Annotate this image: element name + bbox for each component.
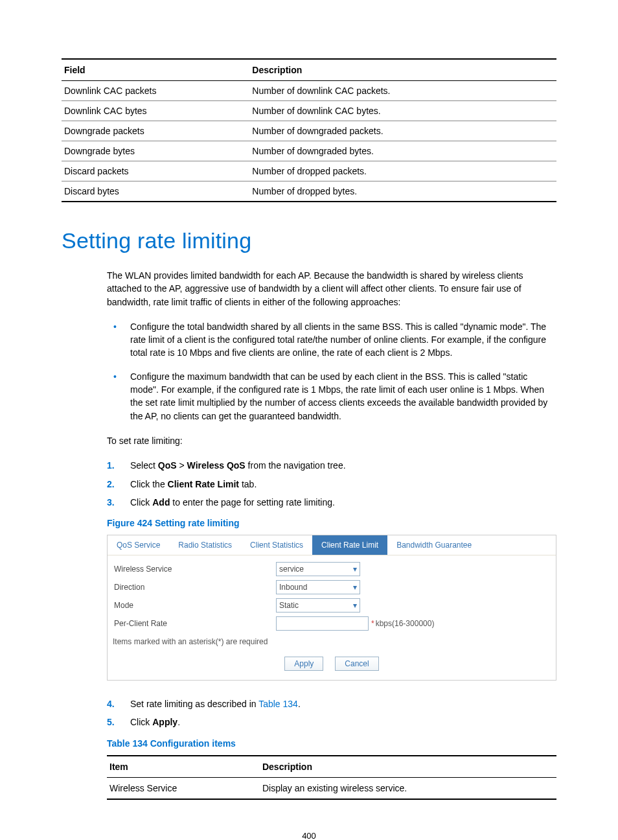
cell-item: Wireless Service [107,777,260,799]
select-value: service [279,565,304,574]
step-text: from the navigation tree. [246,460,346,471]
screenshot-figure: QoS Service Radio Statistics Client Stat… [107,535,556,681]
cell-desc: Number of downlink CAC bytes. [249,101,556,121]
cell-field: Downlink CAC bytes [62,101,249,121]
chevron-down-icon: ▾ [353,583,357,592]
step-bold: QoS [158,460,177,471]
table-header-description: Description [249,59,556,81]
bullet-item: Configure the maximum bandwidth that can… [107,370,556,423]
bullet-item: Configure the total bandwidth shared by … [107,320,556,360]
step-bold: Wireless QoS [187,460,246,471]
cell-field: Downlink CAC packets [62,81,249,101]
cell-desc: Number of dropped bytes. [249,181,556,202]
step-bold: Add [152,497,170,508]
table-caption: Table 134 Configuration items [107,738,556,749]
table-row: Discard bytesNumber of dropped bytes. [62,181,556,202]
step-text: Click [130,717,152,727]
table-row: Downgrade packetsNumber of downgraded pa… [62,121,556,141]
lead-text: To set rate limiting: [107,434,556,447]
select-value: Static [279,601,299,610]
step-bold: Apply [152,717,177,727]
tab-qos-service[interactable]: QoS Service [108,535,169,555]
step-text: Click [130,497,152,508]
per-client-rate-label: Per-Client Rate [113,619,276,628]
configuration-items-table: Item Description Wireless Service Displa… [107,755,556,800]
step-text: . [298,699,301,709]
section-heading: Setting rate limiting [62,228,556,253]
table-header-description: Description [260,756,556,778]
cell-field: Discard packets [62,161,249,181]
intro-paragraph: The WLAN provides limited bandwidth for … [107,269,556,309]
table-row: Discard packetsNumber of dropped packets… [62,161,556,181]
table-link[interactable]: Table 134 [258,699,298,709]
step-item: Select QoS > Wireless QoS from the navig… [107,459,556,472]
per-client-rate-input[interactable] [276,616,369,631]
step-item: Set rate limiting as described in Table … [107,697,556,710]
rate-unit-helper: kbps(16-300000) [376,619,435,628]
field-description-table: Field Description Downlink CAC packetsNu… [62,58,556,202]
step-text: to enter the page for setting rate limit… [170,497,334,508]
cell-desc: Number of downgraded packets. [249,121,556,141]
wireless-service-label: Wireless Service [113,565,276,574]
tab-bandwidth-guarantee[interactable]: Bandwidth Guarantee [387,535,481,555]
tab-bar: QoS Service Radio Statistics Client Stat… [108,535,556,555]
direction-select[interactable]: Inbound ▾ [276,580,360,594]
step-text: Select [130,460,158,471]
table-row: Downgrade bytesNumber of downgraded byte… [62,141,556,161]
step-text: . [177,717,180,727]
step-text: Click the [130,479,168,489]
step-item: Click Add to enter the page for setting … [107,496,556,509]
cell-field: Discard bytes [62,181,249,202]
step-text: Set rate limiting as described in [130,699,258,709]
cell-desc: Display an existing wireless service. [260,777,556,799]
table-header-item: Item [107,756,260,778]
cancel-button[interactable]: Cancel [335,657,378,671]
cell-desc: Number of downgraded bytes. [249,141,556,161]
tab-radio-statistics[interactable]: Radio Statistics [169,535,241,555]
table-row: Wireless Service Display an existing wir… [107,777,556,799]
table-row: Downlink CAC packetsNumber of downlink C… [62,81,556,101]
cell-desc: Number of downlink CAC packets. [249,81,556,101]
mode-label: Mode [113,601,276,610]
step-item: Click Apply. [107,716,556,729]
direction-label: Direction [113,583,276,592]
cell-field: Downgrade packets [62,121,249,141]
step-text: > [177,460,187,471]
chevron-down-icon: ▾ [353,565,357,574]
cell-desc: Number of dropped packets. [249,161,556,181]
chevron-down-icon: ▾ [353,601,357,610]
tab-client-statistics[interactable]: Client Statistics [241,535,312,555]
step-item: Click the Client Rate Limit tab. [107,478,556,491]
cell-field: Downgrade bytes [62,141,249,161]
apply-button[interactable]: Apply [284,657,323,671]
select-value: Inbound [279,583,307,592]
required-note: Items marked with an asterisk(*) are req… [108,636,556,653]
table-row: Downlink CAC bytesNumber of downlink CAC… [62,101,556,121]
wireless-service-select[interactable]: service ▾ [276,562,360,576]
tab-client-rate-limit[interactable]: Client Rate Limit [312,535,387,555]
step-bold: Client Rate Limit [168,479,239,489]
mode-select[interactable]: Static ▾ [276,598,360,612]
figure-caption: Figure 424 Setting rate limiting [107,518,556,528]
page-number: 400 [62,831,556,840]
required-asterisk: * [371,619,374,628]
table-header-field: Field [62,59,249,81]
step-text: tab. [239,479,257,489]
